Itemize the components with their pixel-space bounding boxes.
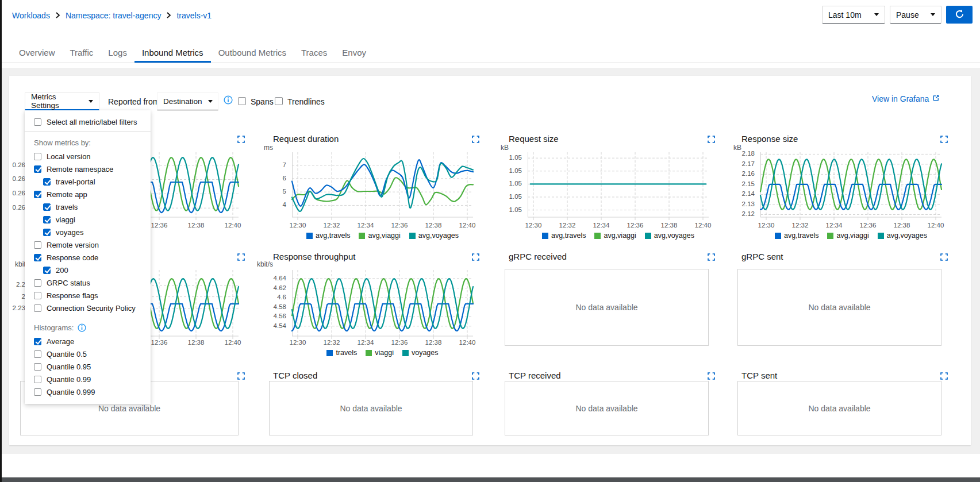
menu-checkbox-voyages[interactable] <box>43 229 51 236</box>
menu-checkbox-connection-security-policy[interactable] <box>34 304 41 312</box>
menu-item-quantile-0-99[interactable]: Quantile 0.99 <box>25 373 151 385</box>
tab-bar: OverviewTrafficLogsInbound MetricsOutbou… <box>0 44 980 63</box>
menu-item-local-version[interactable]: Local version <box>25 150 151 163</box>
spans-checkbox[interactable] <box>238 97 246 105</box>
legend-item-avg-travels[interactable]: avg,travels <box>542 232 586 240</box>
legend-item-avg-travels[interactable]: avg,travels <box>775 232 818 240</box>
legend-item-avg-voyages[interactable]: avg,voyages <box>878 232 927 240</box>
breadcrumb-link-workload-name[interactable]: travels-v1 <box>176 11 212 20</box>
menu-checkbox-remote-app[interactable] <box>34 191 41 198</box>
reported-from-info-icon[interactable] <box>224 95 233 107</box>
menu-checkbox-grpc-status[interactable] <box>34 279 41 287</box>
x-tick-label: 12:38 <box>420 222 447 229</box>
menu-item-grpc-status[interactable]: GRPC status <box>25 276 151 289</box>
menu-item-response-flags[interactable]: Response flags <box>25 289 151 302</box>
menu-checkbox-200[interactable] <box>43 267 51 274</box>
menu-checkbox-average[interactable] <box>34 338 41 345</box>
menu-item-travel-portal[interactable]: travel-portal <box>25 175 151 188</box>
menu-item-remote-app[interactable]: Remote app <box>25 188 151 200</box>
expand-chart-icon-request-duration[interactable] <box>472 135 480 143</box>
legend-label: avg,voyages <box>654 232 694 240</box>
menu-checkbox-travels[interactable] <box>43 203 51 211</box>
expand-chart-icon-grpc-received[interactable] <box>708 253 716 261</box>
menu-item-200[interactable]: 200 <box>25 264 151 276</box>
tab-overview[interactable]: Overview <box>11 44 63 63</box>
menu-item-connection-security-policy[interactable]: Connection Security Policy <box>25 302 151 314</box>
tab-inbound-metrics[interactable]: Inbound Metrics <box>134 44 211 63</box>
legend-item-avg-viaggi[interactable]: avg,viaggi <box>594 232 636 240</box>
legend-item-avg-voyages[interactable]: avg,voyages <box>645 232 694 240</box>
legend-swatch <box>306 233 313 239</box>
legend-item-avg-voyages[interactable]: avg,voyages <box>409 232 459 240</box>
menu-checkbox-select-all-metric-label-filters[interactable] <box>34 118 41 126</box>
tab-traffic[interactable]: Traffic <box>63 44 101 63</box>
view-in-grafana-link[interactable]: View in Grafana <box>872 94 940 103</box>
menu-item-voyages[interactable]: voyages <box>25 226 151 238</box>
menu-item-remote-version[interactable]: Remote version <box>25 238 151 251</box>
y-tick-label: 2.18 <box>723 150 755 157</box>
breadcrumb-link-namespace[interactable]: Namespace: travel-agency <box>66 11 162 20</box>
duration-select[interactable]: Last 10m <box>822 6 885 24</box>
menu-item-quantile-0-999[interactable]: Quantile 0.999 <box>25 385 151 398</box>
expand-chart-icon-tcp-closed[interactable] <box>472 372 480 380</box>
menu-item-quantile-0-95[interactable]: Quantile 0.95 <box>25 360 151 373</box>
trendlines-checkbox[interactable] <box>275 97 283 105</box>
menu-checkbox-quantile-0-999[interactable] <box>34 388 41 396</box>
chevron-down-icon <box>208 100 213 103</box>
menu-checkbox-quantile-0-5[interactable] <box>34 350 41 358</box>
menu-item-viaggi[interactable]: viaggi <box>25 213 151 226</box>
refresh-interval-select[interactable]: Pause <box>890 6 941 24</box>
x-tick-label: 12:30 <box>753 222 779 229</box>
expand-chart-icon-hidden-bottom-left[interactable] <box>237 372 245 380</box>
menu-item-average[interactable]: Average <box>25 335 151 348</box>
x-tick-label: 12:36 <box>855 222 881 229</box>
tab-envoy[interactable]: Envoy <box>335 44 374 63</box>
no-data-text: No data available <box>575 303 637 312</box>
y-tick-label: 2 <box>0 293 25 300</box>
no-data-panel-grpc-sent: No data available <box>737 269 941 346</box>
external-link-icon <box>932 94 940 103</box>
metrics-settings-toggle[interactable]: Metrics Settings <box>25 92 99 110</box>
legend-swatch <box>775 233 781 239</box>
menu-checkbox-quantile-0-99[interactable] <box>34 376 41 383</box>
expand-chart-icon-hidden-mid-left[interactable] <box>237 253 245 261</box>
breadcrumb-link-workloads[interactable]: Workloads <box>12 11 50 20</box>
menu-item-travels[interactable]: travels <box>25 200 151 213</box>
expand-chart-icon-grpc-sent[interactable] <box>940 253 948 261</box>
menu-item-select-all-metric-label-filters[interactable]: Select all metric/label filters <box>25 115 151 129</box>
tab-outbound-metrics[interactable]: Outbound Metrics <box>211 44 294 63</box>
legend-item-avg-viaggi[interactable]: avg,viaggi <box>827 232 868 240</box>
legend-item-viaggi[interactable]: viaggi <box>366 349 394 357</box>
tab-logs[interactable]: Logs <box>101 44 134 63</box>
expand-chart-icon-tcp-received[interactable] <box>708 372 716 380</box>
reported-from-select[interactable]: Destination <box>157 92 218 110</box>
legend-item-avg-travels[interactable]: avg,travels <box>306 232 350 240</box>
menu-checkbox-travel-portal[interactable] <box>43 178 51 186</box>
menu-item-quantile-0-5[interactable]: Quantile 0.5 <box>25 348 151 360</box>
legend-item-travels[interactable]: travels <box>326 349 357 357</box>
x-tick-label: 12:30 <box>285 222 311 229</box>
legend-item-voyages[interactable]: voyages <box>402 349 439 357</box>
menu-item-response-code[interactable]: Response code <box>25 251 151 264</box>
tab-traces[interactable]: Traces <box>294 44 335 63</box>
expand-chart-icon-hidden-top-left[interactable] <box>237 135 245 143</box>
expand-chart-icon-tcp-sent[interactable] <box>940 372 948 380</box>
expand-chart-icon-request-size[interactable] <box>708 135 716 143</box>
menu-checkbox-remote-version[interactable] <box>34 241 41 249</box>
expand-chart-icon-response-throughput[interactable] <box>472 253 480 261</box>
refresh-button[interactable] <box>946 6 973 24</box>
chart-title-tcp-closed: TCP closed <box>273 371 317 380</box>
menu-checkbox-remote-namespace[interactable] <box>34 165 41 173</box>
expand-chart-icon-response-size[interactable] <box>940 135 948 143</box>
x-tick-label: 12:40 <box>454 222 481 229</box>
menu-checkbox-response-flags[interactable] <box>34 292 41 299</box>
menu-checkbox-quantile-0-95[interactable] <box>34 363 41 371</box>
menu-checkbox-viaggi[interactable] <box>43 216 51 223</box>
histograms-info-icon[interactable] <box>78 323 86 332</box>
menu-checkbox-local-version[interactable] <box>34 153 41 160</box>
view-in-grafana-label: View in Grafana <box>872 94 929 103</box>
x-tick-label: 12:40 <box>220 339 246 346</box>
legend-item-avg-viaggi[interactable]: avg,viaggi <box>359 232 400 240</box>
menu-item-remote-namespace[interactable]: Remote namespace <box>25 163 151 175</box>
menu-checkbox-response-code[interactable] <box>34 254 41 261</box>
